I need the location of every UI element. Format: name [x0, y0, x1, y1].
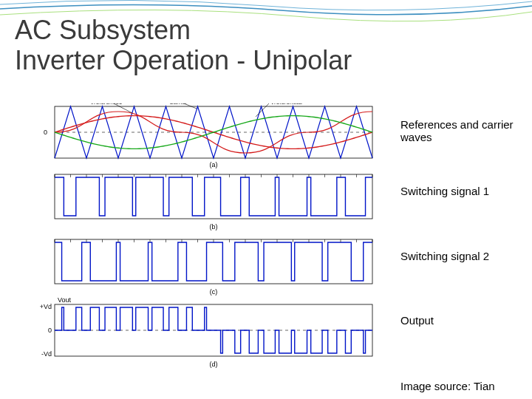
label-switching-1: Switching signal 1	[400, 185, 489, 197]
panel-b: (b)	[55, 174, 372, 231]
label-references: References and carrier waves	[400, 118, 519, 143]
panel-a: 0 Vreference1 Carrier	[44, 103, 372, 168]
panel-a-caption: (a)	[210, 161, 218, 168]
label-output: Output	[400, 314, 434, 327]
vout-plus: +Vd	[40, 303, 52, 310]
slide-title: AC Subsystem Inverter Operation - Unipol…	[15, 15, 352, 76]
panel-d: +Vd 0 -Vd Vout (d)	[40, 296, 372, 368]
title-line1: AC Subsystem	[15, 15, 191, 45]
unipolar-pwm-figure: 0 Vreference1 Carrier	[25, 103, 392, 375]
title-line2: Inverter Operation - Unipolar	[15, 45, 352, 75]
switching-signal-2	[55, 242, 372, 281]
panel-a-zero: 0	[44, 129, 47, 136]
legend-ref2: Vreference2	[270, 103, 303, 106]
label-switching-2: Switching signal 2	[400, 250, 489, 262]
svg-line-4	[256, 103, 269, 117]
svg-rect-27	[55, 239, 372, 284]
output-voltage	[55, 307, 372, 353]
vout-minus: -Vd	[41, 350, 52, 358]
image-source: Image source: Tian	[400, 380, 495, 392]
vout-zero: 0	[48, 327, 52, 334]
panel-c: (c)	[55, 239, 372, 296]
switching-signal-1	[55, 177, 372, 216]
svg-rect-5	[55, 174, 372, 219]
legend-ref1: Vreference1	[90, 103, 123, 106]
legend-carrier: Carrier	[169, 103, 188, 106]
panel-c-caption: (c)	[210, 288, 218, 296]
panel-d-caption: (d)	[210, 361, 218, 368]
panel-b-caption: (b)	[210, 223, 218, 231]
vout-title: Vout	[58, 296, 72, 304]
